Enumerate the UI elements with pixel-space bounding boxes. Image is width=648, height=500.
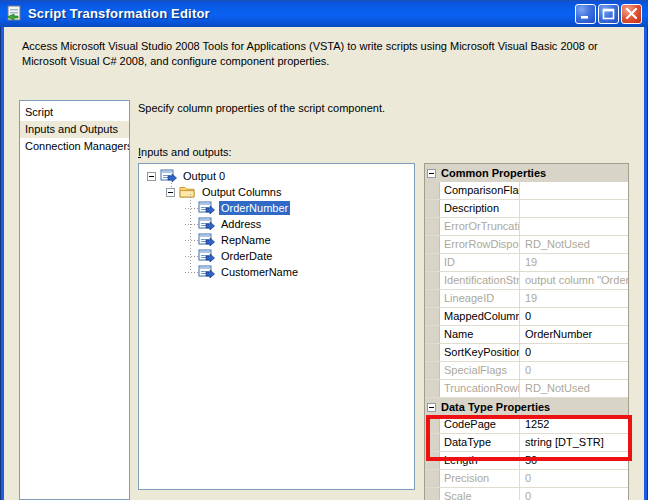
collapse-icon[interactable] bbox=[427, 403, 436, 412]
property-row-identificationstr[interactable]: IdentificationStroutput column "OrderN bbox=[425, 272, 628, 290]
property-row-sortkeyposition[interactable]: SortKeyPosition0 bbox=[425, 344, 628, 362]
collapse-icon[interactable] bbox=[147, 172, 156, 181]
property-value[interactable]: RD_NotUsed bbox=[520, 236, 628, 253]
tree-connector-line bbox=[190, 194, 191, 270]
folder-icon bbox=[179, 184, 196, 200]
property-row-precision[interactable]: Precision0 bbox=[425, 470, 628, 488]
column-icon bbox=[198, 264, 215, 280]
tree-connector bbox=[185, 272, 198, 273]
grid-margin bbox=[425, 182, 440, 199]
app-icon bbox=[6, 5, 23, 22]
grid-margin bbox=[425, 308, 440, 325]
property-value[interactable]: 0 bbox=[520, 488, 628, 500]
window-border-right bbox=[644, 27, 648, 500]
property-row-scale[interactable]: Scale0 bbox=[425, 488, 628, 500]
property-value[interactable] bbox=[520, 200, 628, 217]
property-row-name[interactable]: NameOrderNumber bbox=[425, 326, 628, 344]
grid-margin bbox=[425, 254, 440, 271]
property-name: ErrorRowDisposi bbox=[440, 236, 520, 253]
property-value[interactable]: RD_NotUsed bbox=[520, 380, 628, 397]
tree-view: Output 0Output ColumnsOrderNumberAddress… bbox=[138, 163, 415, 490]
grid-margin bbox=[425, 218, 440, 235]
property-name: Description bbox=[440, 200, 520, 217]
tree-connector bbox=[185, 256, 198, 257]
property-name: ComparisonFlags bbox=[440, 182, 520, 199]
tree-item-label: OrderDate bbox=[219, 249, 274, 263]
tree-item-output-0[interactable]: Output 0 bbox=[139, 168, 414, 184]
tree-item-label: Output 0 bbox=[181, 169, 227, 183]
property-name: Precision bbox=[440, 470, 520, 487]
grid-margin bbox=[425, 380, 440, 397]
tree-item-address[interactable]: Address bbox=[139, 216, 414, 232]
property-name: Scale bbox=[440, 488, 520, 500]
sidebar-item-inputs-and-outputs[interactable]: Inputs and Outputs bbox=[20, 121, 129, 138]
tree-item-ordernumber[interactable]: OrderNumber bbox=[139, 200, 414, 216]
property-name: ID bbox=[440, 254, 520, 271]
minimize-button[interactable] bbox=[575, 4, 596, 24]
grid-margin bbox=[425, 200, 440, 217]
window-border-left bbox=[0, 27, 4, 500]
category-header-label: Common Properties bbox=[441, 167, 546, 179]
property-value[interactable]: 0 bbox=[520, 470, 628, 487]
page-heading: Specify column properties of the script … bbox=[138, 102, 385, 114]
property-value[interactable]: 0 bbox=[520, 344, 628, 361]
property-row-lineageid[interactable]: LineageID19 bbox=[425, 290, 628, 308]
property-row-mappedcolumni[interactable]: MappedColumnI0 bbox=[425, 308, 628, 326]
property-value[interactable]: 0 bbox=[520, 308, 628, 325]
tree-item-repname[interactable]: RepName bbox=[139, 232, 414, 248]
collapse-icon[interactable] bbox=[166, 188, 175, 197]
category-header-data-type-properties[interactable]: Data Type Properties bbox=[425, 398, 628, 416]
grid-margin bbox=[425, 236, 440, 253]
property-value[interactable]: output column "OrderN bbox=[520, 272, 628, 289]
tree-item-label: OrderNumber bbox=[219, 201, 290, 215]
tree-item-label: Address bbox=[219, 217, 263, 231]
grid-margin bbox=[425, 470, 440, 487]
sidebar-item-connection-managers[interactable]: Connection Managers bbox=[20, 138, 129, 155]
category-header-common-properties[interactable]: Common Properties bbox=[425, 164, 628, 182]
titlebar[interactable]: Script Transformation Editor bbox=[0, 0, 648, 27]
property-row-truncationrowd[interactable]: TruncationRowDRD_NotUsed bbox=[425, 380, 628, 398]
property-name: LineageID bbox=[440, 290, 520, 307]
property-value[interactable]: 19 bbox=[520, 290, 628, 307]
grid-margin bbox=[425, 326, 440, 343]
datatype-highlight-box bbox=[426, 415, 632, 461]
property-value[interactable]: 0 bbox=[520, 362, 628, 379]
tree-item-orderdate[interactable]: OrderDate bbox=[139, 248, 414, 264]
property-row-specialflags[interactable]: SpecialFlags0 bbox=[425, 362, 628, 380]
column-icon bbox=[198, 200, 215, 216]
grid-margin bbox=[425, 290, 440, 307]
column-icon bbox=[198, 232, 215, 248]
property-row-errorrowdisposi[interactable]: ErrorRowDisposiRD_NotUsed bbox=[425, 236, 628, 254]
property-value[interactable]: OrderNumber bbox=[520, 326, 628, 343]
maximize-button[interactable] bbox=[598, 4, 619, 24]
category-header-label: Data Type Properties bbox=[441, 401, 550, 413]
collapse-icon[interactable] bbox=[427, 169, 436, 178]
property-row-id[interactable]: ID19 bbox=[425, 254, 628, 272]
property-name: SortKeyPosition bbox=[440, 344, 520, 361]
script-transformation-editor-window: Script Transformation Editor Access Micr… bbox=[0, 0, 648, 500]
tree-connector bbox=[185, 224, 198, 225]
grid-margin bbox=[425, 272, 440, 289]
window-controls bbox=[575, 4, 642, 24]
tree-label-rest: nputs and outputs: bbox=[141, 146, 232, 158]
property-name: ErrorOrTruncatio bbox=[440, 218, 520, 235]
tree-item-output-columns[interactable]: Output Columns bbox=[139, 184, 414, 200]
tree-item-customername[interactable]: CustomerName bbox=[139, 264, 414, 280]
property-value[interactable]: 19 bbox=[520, 254, 628, 271]
property-name: TruncationRowD bbox=[440, 380, 520, 397]
property-name: Name bbox=[440, 326, 520, 343]
sidebar-item-script[interactable]: Script bbox=[20, 104, 129, 121]
property-value[interactable] bbox=[520, 218, 628, 235]
property-value[interactable] bbox=[520, 182, 628, 199]
close-icon[interactable] bbox=[621, 4, 642, 24]
property-row-description[interactable]: Description bbox=[425, 200, 628, 218]
dialog-description: Access Microsoft Visual Studio 2008 Tool… bbox=[22, 39, 622, 69]
property-row-errorortruncatio[interactable]: ErrorOrTruncatio bbox=[425, 218, 628, 236]
output-icon bbox=[160, 168, 177, 184]
grid-margin bbox=[425, 344, 440, 361]
property-row-comparisonflags[interactable]: ComparisonFlags bbox=[425, 182, 628, 200]
tree-connector bbox=[185, 208, 198, 209]
tree-label: Inputs and outputs: bbox=[138, 146, 232, 158]
property-name: SpecialFlags bbox=[440, 362, 520, 379]
window-title: Script Transformation Editor bbox=[28, 6, 210, 21]
